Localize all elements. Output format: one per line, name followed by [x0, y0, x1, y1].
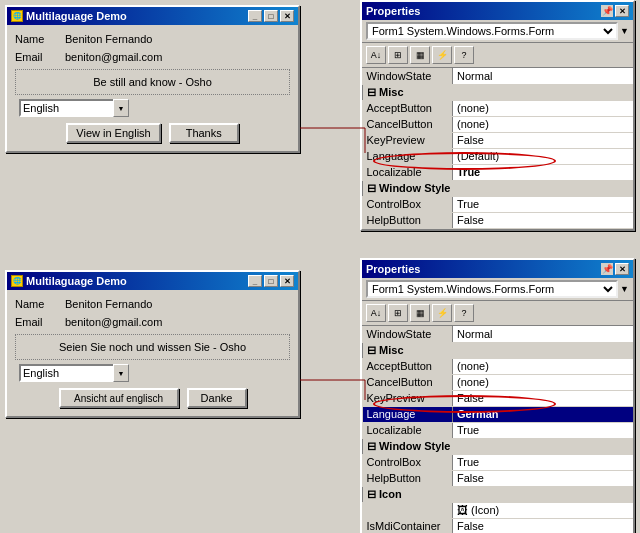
top-view-english-button[interactable]: View in English — [66, 123, 160, 143]
bottom-props-title-text: Properties — [366, 263, 420, 275]
bottom-name-label: Name — [15, 298, 65, 310]
top-props-events-btn[interactable]: ⚡ — [432, 46, 452, 64]
top-props-val-keypreview: False — [453, 132, 634, 148]
top-demo-minimize-btn[interactable]: _ — [248, 10, 262, 22]
bottom-language-select-wrap: English German ▼ — [19, 364, 290, 382]
bottom-props-select-arrow-icon: ▼ — [620, 284, 629, 294]
top-name-label: Name — [15, 33, 65, 45]
top-props-row-cancelbtn: CancelButton (none) — [363, 116, 634, 132]
top-props-val-helpbtn: False — [453, 212, 634, 228]
top-props-pin-icon[interactable]: 📌 — [601, 5, 613, 17]
bottom-props-properties-btn[interactable]: ▦ — [410, 304, 430, 322]
bottom-props-events-btn[interactable]: ⚡ — [432, 304, 452, 322]
bottom-thanks-button[interactable]: Danke — [187, 388, 247, 408]
bottom-view-english-button[interactable]: Ansicht auf englisch — [59, 388, 179, 408]
bottom-props-row-localizable: Localizable True — [363, 422, 634, 438]
top-props-key-keypreview: KeyPreview — [363, 132, 453, 148]
top-props-key-cancelbtn: CancelButton — [363, 116, 453, 132]
bottom-props-val-icon: 🖼 (Icon) — [453, 502, 634, 518]
bottom-props-key-cancelbtn: CancelButton — [363, 374, 453, 390]
top-props-categorized-btn[interactable]: ⊞ — [388, 46, 408, 64]
top-props-val-windowstate: Normal — [453, 68, 634, 84]
bottom-props-form-select[interactable]: Form1 System.Windows.Forms.Form — [366, 280, 618, 298]
bottom-demo-app-icon: 🌐 — [11, 275, 23, 287]
bottom-props-row-ismdi: IsMdiContainer False — [363, 518, 634, 533]
top-props-toolbar: A↓ ⊞ ▦ ⚡ ? — [362, 43, 633, 68]
bottom-demo-close-btn[interactable]: ✕ — [280, 275, 294, 287]
bottom-props-toolbar: A↓ ⊞ ▦ ⚡ ? — [362, 301, 633, 326]
top-props-key-helpbtn: HelpButton — [363, 212, 453, 228]
top-props-row-language: Language (Default) — [363, 148, 634, 164]
top-props-section-winstyle: ⊟ Window Style — [363, 180, 634, 196]
top-props-row-controlbox: ControlBox True — [363, 196, 634, 212]
top-props-val-localizable: True — [453, 164, 634, 180]
bottom-props-pin-icon[interactable]: 📌 — [601, 263, 613, 275]
top-props-alphabetical-btn[interactable]: A↓ — [366, 46, 386, 64]
bottom-props-help-btn[interactable]: ? — [454, 304, 474, 322]
bottom-props-val-windowstate: Normal — [453, 326, 634, 342]
bottom-props-close-btn[interactable]: ✕ — [615, 263, 629, 275]
bottom-demo-titlebar: 🌐 Multilaguage Demo _ □ ✕ — [7, 272, 298, 290]
bottom-props-alphabetical-btn[interactable]: A↓ — [366, 304, 386, 322]
bottom-props-row-controlbox: ControlBox True — [363, 454, 634, 470]
top-demo-maximize-btn[interactable]: □ — [264, 10, 278, 22]
bottom-props-key-icon — [363, 502, 453, 518]
top-props-key-localizable: Localizable — [363, 164, 453, 180]
bottom-props-val-language: German — [453, 406, 634, 422]
bottom-props-row-windowstate: WindowState Normal — [363, 326, 634, 342]
top-email-label: Email — [15, 51, 65, 63]
top-props-val-cancelbtn: (none) — [453, 116, 634, 132]
top-props-help-btn[interactable]: ? — [454, 46, 474, 64]
top-language-select-container: English German ▼ — [19, 99, 129, 117]
bottom-props-section-misc-header: ⊟ Misc — [363, 342, 634, 358]
bottom-properties-panel: Properties 📌 ✕ Form1 System.Windows.Form… — [360, 258, 635, 533]
bottom-props-table: WindowState Normal ⊟ Misc AcceptButton (… — [362, 326, 633, 533]
top-props-close-btn[interactable]: ✕ — [615, 5, 629, 17]
bottom-props-val-ismdi: False — [453, 518, 634, 533]
top-props-title-text: Properties — [366, 5, 420, 17]
bottom-demo-maximize-btn[interactable]: □ — [264, 275, 278, 287]
bottom-props-section-icon: ⊟ Icon — [363, 486, 634, 502]
bottom-email-label: Email — [15, 316, 65, 328]
bottom-props-categorized-btn[interactable]: ⊞ — [388, 304, 408, 322]
top-props-key-language: Language — [363, 148, 453, 164]
bottom-demo-minimize-btn[interactable]: _ — [248, 275, 262, 287]
bottom-demo-title-area: 🌐 Multilaguage Demo — [11, 275, 127, 287]
top-props-val-language: (Default) — [453, 148, 634, 164]
top-props-row-localizable[interactable]: Localizable True — [363, 164, 634, 180]
top-props-key-acceptbtn: AcceptButton — [363, 100, 453, 116]
bottom-props-row-language[interactable]: Language German — [363, 406, 634, 422]
top-demo-titlebar-buttons: _ □ ✕ — [248, 10, 294, 22]
top-name-row: Name Beniton Fernando — [15, 33, 290, 45]
top-demo-close-btn[interactable]: ✕ — [280, 10, 294, 22]
bottom-name-row: Name Beniton Fernando — [15, 298, 290, 310]
top-props-form-select[interactable]: Form1 System.Windows.Forms.Form — [366, 22, 618, 40]
bottom-props-section-winstyle: ⊟ Window Style — [363, 438, 634, 454]
top-props-key-windowstate: WindowState — [363, 68, 453, 84]
bottom-language-dropdown-arrow-icon[interactable]: ▼ — [113, 364, 129, 382]
bottom-props-val-localizable: True — [453, 422, 634, 438]
top-name-value: Beniton Fernando — [65, 33, 152, 45]
top-props-val-controlbox: True — [453, 196, 634, 212]
top-language-dropdown-arrow-icon[interactable]: ▼ — [113, 99, 129, 117]
top-props-row-helpbtn: HelpButton False — [363, 212, 634, 228]
top-properties-panel: Properties 📌 ✕ Form1 System.Windows.Form… — [360, 0, 635, 231]
bottom-props-section-icon-header: ⊟ Icon — [363, 486, 634, 502]
top-props-table-container: WindowState Normal ⊟ Misc AcceptButton (… — [362, 68, 633, 229]
bottom-props-key-windowstate: WindowState — [363, 326, 453, 342]
top-connector-line — [300, 118, 365, 158]
bottom-quote-area: Seien Sie noch und wissen Sie - Osho — [15, 334, 290, 360]
top-props-properties-btn[interactable]: ▦ — [410, 46, 430, 64]
bottom-props-key-language: Language — [363, 406, 453, 422]
top-demo-content: Name Beniton Fernando Email beniton@gmai… — [7, 25, 298, 151]
bottom-connector-line — [300, 370, 365, 405]
top-language-select-wrap: English German ▼ — [19, 99, 290, 117]
bottom-props-table-container: WindowState Normal ⊟ Misc AcceptButton (… — [362, 326, 633, 533]
bottom-props-val-cancelbtn: (none) — [453, 374, 634, 390]
bottom-props-key-controlbox: ControlBox — [363, 454, 453, 470]
top-email-row: Email beniton@gmail.com — [15, 51, 290, 63]
top-thanks-button[interactable]: Thanks — [169, 123, 239, 143]
top-demo-title-text: Multilaguage Demo — [26, 10, 127, 22]
bottom-props-val-acceptbtn: (none) — [453, 358, 634, 374]
bottom-props-titlebar: Properties 📌 ✕ — [362, 260, 633, 278]
